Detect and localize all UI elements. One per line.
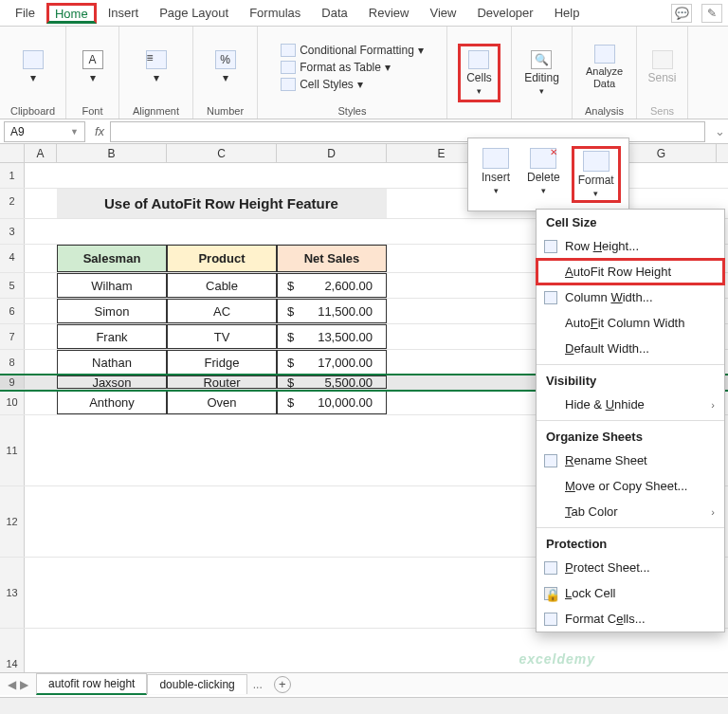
table-cell[interactable]: Router [167,375,277,389]
title-cell[interactable]: Use of AutoFit Row Height Feature [57,189,387,218]
sensitivity-button[interactable]: Sensi [642,48,682,86]
menu-move-copy-sheet[interactable]: Move or Copy Sheet... [537,473,724,499]
menu-format-cells[interactable]: Format Cells... [537,606,724,632]
lock-icon: 🔒 [544,587,557,600]
name-box[interactable]: A9▼ [4,121,85,142]
table-cell[interactable]: $2,600.00 [277,273,387,298]
tab-developer[interactable]: Developer [467,2,542,24]
table-cell[interactable]: $5,500.00 [277,375,387,389]
table-cell[interactable]: Wilham [57,273,167,298]
table-cell[interactable]: TV [167,324,277,349]
share-icon[interactable]: ✎ [701,4,722,23]
header-product[interactable]: Product [167,245,277,272]
font-icon: A [82,50,103,69]
insert-cells-button[interactable]: Insert▾ [476,146,516,203]
menu-tab-color[interactable]: Tab Color› [537,499,724,524]
row-header[interactable]: 14 [0,629,25,672]
number-button[interactable]: %▾ [209,48,242,86]
fx-button[interactable]: fx [89,124,110,138]
delete-cells-button[interactable]: ✕Delete▾ [521,146,566,203]
sheet-tabs-more[interactable]: ... [247,675,268,694]
sheet-tab-active[interactable]: autofit row height [36,673,147,695]
format-menu: Cell Size Row Height... AutoFit Row Heig… [536,209,725,632]
tab-home[interactable]: Home [46,3,97,24]
menu-autofit-column-width[interactable]: AutoFit Column Width [537,310,724,336]
header-netsales[interactable]: Net Sales [277,245,387,272]
header-salesman[interactable]: Salesman [57,245,167,272]
cells-dropdown: Insert▾ ✕Delete▾ Format▾ [467,137,629,211]
row-header[interactable]: 3 [0,219,25,244]
alignment-icon: ≡ [146,50,167,69]
font-button[interactable]: A▾ [77,48,109,86]
cells-button[interactable]: Cells▾ [458,44,500,102]
table-cell[interactable]: Cable [167,273,277,298]
col-header-D[interactable]: D [277,144,387,162]
table-cell[interactable]: Oven [167,390,277,414]
row-header[interactable]: 12 [0,486,25,557]
cell-styles-button[interactable]: Cell Styles ▾ [281,78,424,91]
menu-header-visibility: Visibility [537,368,724,392]
select-all-corner[interactable] [0,144,25,162]
table-cell[interactable]: $17,000.00 [277,350,387,375]
sheet-nav-prev[interactable]: ◀ [8,678,16,691]
row-header[interactable]: 10 [0,390,25,414]
conditional-formatting-icon [281,44,296,57]
table-cell[interactable]: Fridge [167,350,277,375]
table-cell[interactable]: AC [167,299,277,323]
row-header[interactable]: 2 [0,189,25,218]
table-cell[interactable]: Jaxson [57,375,167,389]
table-cell[interactable]: $11,500.00 [277,299,387,323]
row-header[interactable]: 11 [0,415,25,485]
menu-autofit-row-height[interactable]: AutoFit Row Height [537,259,724,284]
menu-default-width[interactable]: Default Width... [537,336,724,361]
menu-column-width[interactable]: Column Width... [537,284,724,310]
comments-icon[interactable]: 💬 [671,4,692,23]
format-as-table-button[interactable]: Format as Table ▾ [281,61,424,74]
row-header[interactable]: 9 [0,375,25,389]
analyze-data-button[interactable]: Analyze Data [578,43,630,90]
col-header-A[interactable]: A [25,144,57,162]
horizontal-scrollbar[interactable] [0,697,728,714]
row-header[interactable]: 6 [0,299,25,323]
sheet-nav-next[interactable]: ▶ [20,678,28,691]
rename-icon [544,454,557,467]
formula-expand-icon[interactable]: ⌄ [711,124,728,138]
table-cell[interactable]: Frank [57,324,167,349]
tab-file[interactable]: File [6,2,45,24]
tab-insert[interactable]: Insert [99,2,149,24]
column-width-icon [544,291,557,304]
ribbon-tabs: File Home Insert Page Layout Formulas Da… [0,0,728,27]
table-cell[interactable]: Nathan [57,350,167,375]
table-cell[interactable]: $13,500.00 [277,324,387,349]
add-sheet-button[interactable]: + [274,676,291,693]
row-header[interactable]: 7 [0,324,25,349]
row-header[interactable]: 8 [0,350,25,375]
tab-view[interactable]: View [420,2,465,24]
menu-protect-sheet[interactable]: Protect Sheet... [537,555,724,580]
menu-lock-cell[interactable]: 🔒Lock Cell [537,580,724,606]
conditional-formatting-button[interactable]: Conditional Formatting ▾ [281,44,424,57]
tab-formulas[interactable]: Formulas [240,2,310,24]
row-header[interactable]: 5 [0,273,25,298]
tab-review[interactable]: Review [359,2,419,24]
alignment-button[interactable]: ≡▾ [140,48,173,86]
clipboard-button[interactable]: ▾ [17,48,49,86]
col-header-B[interactable]: B [57,144,167,162]
tab-help[interactable]: Help [545,2,590,24]
menu-rename-sheet[interactable]: Rename Sheet [537,448,724,473]
menu-row-height[interactable]: Row Height... [537,233,724,259]
table-cell[interactable]: Anthony [57,390,167,414]
row-header[interactable]: 1 [0,163,25,188]
percent-icon: % [215,50,236,69]
row-header[interactable]: 4 [0,245,25,272]
editing-button[interactable]: 🔍Editing▾ [519,48,565,98]
col-header-C[interactable]: C [167,144,277,162]
row-header[interactable]: 13 [0,558,25,628]
format-cells-button[interactable]: Format▾ [572,146,621,203]
tab-page-layout[interactable]: Page Layout [150,2,238,24]
menu-hide-unhide[interactable]: Hide & Unhide› [537,392,724,417]
table-cell[interactable]: $10,000.00 [277,390,387,414]
sheet-tab[interactable]: double-clicking [147,674,246,694]
table-cell[interactable]: Simon [57,299,167,323]
tab-data[interactable]: Data [312,2,356,24]
